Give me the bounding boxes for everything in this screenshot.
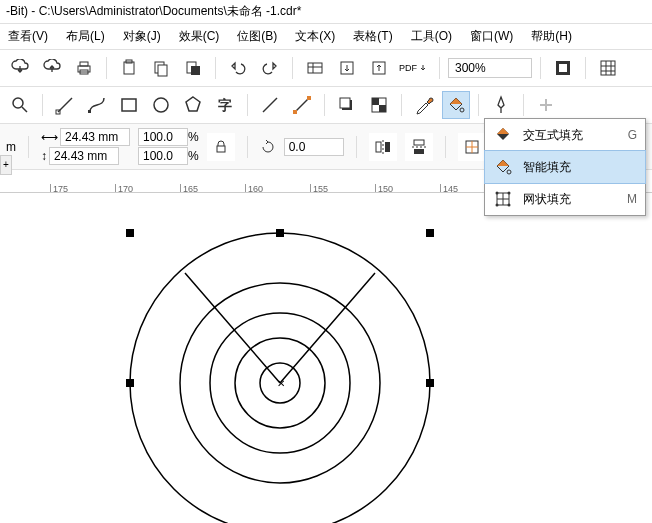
paste-icon[interactable]: [179, 54, 207, 82]
svg-rect-33: [414, 149, 424, 154]
menu-bitmap[interactable]: 位图(B): [237, 28, 277, 45]
svg-rect-24: [340, 98, 350, 108]
height-icon: ↕: [41, 149, 47, 163]
zoom-tool-icon[interactable]: [6, 91, 34, 119]
menu-tool[interactable]: 工具(O): [411, 28, 452, 45]
title-bar: -Bit) - C:\Users\Administrator\Documents…: [0, 0, 652, 24]
svg-text:字: 字: [218, 97, 232, 113]
menu-effect[interactable]: 效果(C): [179, 28, 220, 45]
width-icon: ⟷: [41, 130, 58, 144]
shadow-icon[interactable]: [333, 91, 361, 119]
selection-handle[interactable]: [276, 229, 284, 237]
toolbar-main: PDF: [0, 50, 652, 87]
scale-y-input[interactable]: [138, 147, 188, 165]
print-icon[interactable]: [70, 54, 98, 82]
table-icon[interactable]: [301, 54, 329, 82]
svg-rect-27: [379, 105, 386, 112]
grid-icon[interactable]: [594, 54, 622, 82]
svg-rect-13: [559, 64, 567, 72]
svg-rect-21: [293, 110, 297, 114]
menu-text[interactable]: 文本(X): [295, 28, 335, 45]
svg-rect-14: [601, 61, 615, 75]
ellipse-icon[interactable]: [147, 91, 175, 119]
undo-icon[interactable]: [224, 54, 252, 82]
rotate-icon: [260, 139, 276, 155]
polygon-icon[interactable]: [179, 91, 207, 119]
menu-help[interactable]: 帮助(H): [531, 28, 572, 45]
selection-handle[interactable]: [126, 229, 134, 237]
drawing-content: ✕: [0, 193, 652, 523]
svg-rect-3: [124, 62, 134, 74]
smart-fill-icon[interactable]: [442, 91, 470, 119]
svg-point-47: [496, 192, 499, 195]
svg-rect-8: [191, 66, 200, 75]
svg-rect-29: [217, 146, 225, 152]
rectangle-icon[interactable]: [115, 91, 143, 119]
connector-icon[interactable]: [288, 91, 316, 119]
svg-point-19: [154, 98, 168, 112]
svg-rect-18: [122, 99, 136, 111]
smart-fill-icon: [493, 157, 513, 177]
selection-handle[interactable]: [126, 379, 134, 387]
pen-icon[interactable]: [487, 91, 515, 119]
export-icon[interactable]: [365, 54, 393, 82]
menu-view[interactable]: 查看(V): [8, 28, 48, 45]
svg-rect-30: [376, 142, 381, 152]
copy-icon[interactable]: [147, 54, 175, 82]
import-icon[interactable]: [333, 54, 361, 82]
cloud-download-icon[interactable]: [6, 54, 34, 82]
mesh-fill-icon: [493, 189, 513, 209]
dropdown-mesh-fill[interactable]: 网状填充 M: [485, 183, 645, 215]
fullscreen-icon[interactable]: [549, 54, 577, 82]
svg-rect-17: [88, 110, 91, 113]
align-icon[interactable]: [458, 133, 486, 161]
svg-point-50: [508, 204, 511, 207]
pdf-export-icon[interactable]: PDF: [397, 54, 431, 82]
clipboard-icon[interactable]: [115, 54, 143, 82]
svg-rect-31: [385, 142, 390, 152]
dropdown-smart-fill[interactable]: 智能填充: [484, 150, 646, 184]
selection-handle[interactable]: [426, 379, 434, 387]
svg-rect-9: [308, 63, 322, 73]
zoom-input[interactable]: [448, 58, 532, 78]
line-icon[interactable]: [256, 91, 284, 119]
lock-ratio-icon[interactable]: [207, 133, 235, 161]
fill-tool-dropdown: 交互式填充 G 智能填充 网状填充 M: [484, 118, 646, 216]
svg-point-28: [460, 108, 464, 112]
width-input[interactable]: [60, 128, 130, 146]
cloud-upload-icon[interactable]: [38, 54, 66, 82]
menu-object[interactable]: 对象(J): [123, 28, 161, 45]
menu-window[interactable]: 窗口(W): [470, 28, 513, 45]
eyedropper-icon[interactable]: [410, 91, 438, 119]
svg-rect-32: [414, 140, 424, 145]
ruler-corner[interactable]: +: [0, 155, 12, 175]
selection-handle[interactable]: [426, 229, 434, 237]
menu-table[interactable]: 表格(T): [353, 28, 392, 45]
svg-point-49: [496, 204, 499, 207]
freehand-icon[interactable]: [51, 91, 79, 119]
svg-rect-22: [307, 96, 311, 100]
text-icon[interactable]: 字: [211, 91, 239, 119]
mirror-v-icon[interactable]: [405, 133, 433, 161]
svg-point-48: [508, 192, 511, 195]
redo-icon[interactable]: [256, 54, 284, 82]
svg-point-45: [507, 170, 511, 174]
svg-point-15: [13, 98, 23, 108]
rotation-input[interactable]: [284, 138, 344, 156]
interactive-fill-icon: [493, 125, 513, 145]
dropdown-interactive-fill[interactable]: 交互式填充 G: [485, 119, 645, 151]
svg-rect-1: [80, 62, 88, 66]
scale-x-input[interactable]: [138, 128, 188, 146]
svg-rect-26: [372, 98, 379, 105]
drawing-canvas[interactable]: ✕: [0, 193, 652, 523]
mirror-h-icon[interactable]: [369, 133, 397, 161]
svg-text:✕: ✕: [277, 378, 285, 389]
curve-icon[interactable]: [83, 91, 111, 119]
height-input[interactable]: [49, 147, 119, 165]
svg-rect-6: [158, 65, 167, 76]
transparency-icon[interactable]: [365, 91, 393, 119]
menu-bar: 查看(V) 布局(L) 对象(J) 效果(C) 位图(B) 文本(X) 表格(T…: [0, 24, 652, 50]
unit-label: m: [6, 140, 16, 154]
menu-layout[interactable]: 布局(L): [66, 28, 105, 45]
add-icon[interactable]: [532, 91, 560, 119]
